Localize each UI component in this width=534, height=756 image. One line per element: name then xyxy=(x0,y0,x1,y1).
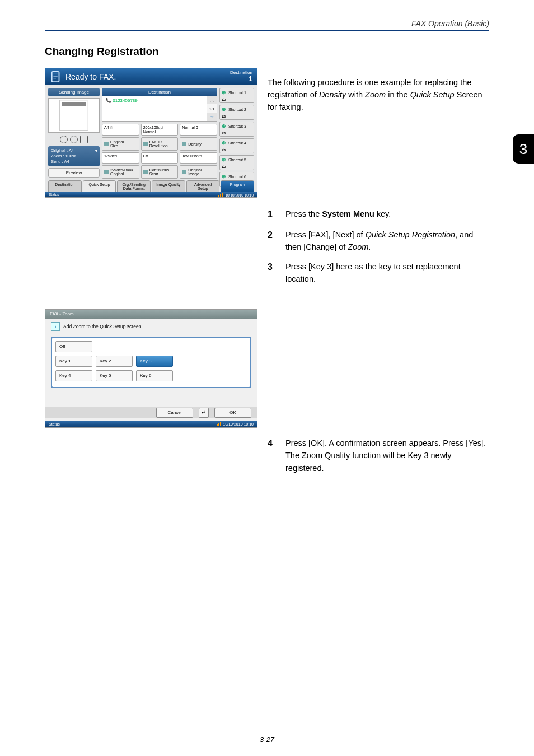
intro-paragraph: The following procedure is one example f… xyxy=(268,76,489,114)
key-2[interactable]: Key 2 xyxy=(96,356,133,367)
step-4-text: Press [OK]. A confirmation screen appear… xyxy=(285,437,489,474)
preview-tool-row xyxy=(48,134,100,144)
step-3: 3 Press [Key 3] here as the key to set r… xyxy=(268,260,489,286)
running-head: FAX Operation (Basic) xyxy=(45,19,489,31)
fax-zoom-screenshot: FAX - Zoom i Add Zoom to the Quick Setup… xyxy=(45,309,257,428)
shortcut-3[interactable]: ⊕Shortcut 3🗂 xyxy=(219,122,254,137)
svg-rect-0 xyxy=(52,72,59,82)
page-indicator: 1/1 xyxy=(207,104,217,113)
info-zoom-val: 100% xyxy=(65,153,76,158)
document-icon xyxy=(50,71,62,83)
step-2-num: 2 xyxy=(268,228,275,254)
val-twosided: 1-sided xyxy=(102,152,139,164)
scroll-up-icon[interactable]: ︿ xyxy=(207,96,217,104)
val-continuous: Off xyxy=(141,152,179,164)
step-2-text: Press [FAX], [Next] of Quick Setup Regis… xyxy=(285,228,489,254)
cancel-button[interactable]: Cancel xyxy=(156,408,193,418)
tab-org-sending[interactable]: Org./Sending Data Format xyxy=(117,180,151,193)
val-fax-resolution: 200x100dpi Normal xyxy=(141,124,179,136)
step-3-text: Press [Key 3] here as the key to set rep… xyxy=(285,260,489,286)
shortcut-1[interactable]: ⊕Shortcut 1🗂 xyxy=(219,88,254,103)
step-1: 1 Press the System Menu key. xyxy=(268,208,489,222)
destination-count: Destination 1 xyxy=(230,71,252,83)
key-6[interactable]: Key 6 xyxy=(136,370,173,381)
s2-title: FAX - Zoom xyxy=(45,310,257,319)
sending-image-header: Sending Image xyxy=(48,88,100,96)
key-off[interactable]: Off xyxy=(55,341,92,352)
scroll-down-icon[interactable]: ﹀ xyxy=(207,113,217,121)
info-original-label: Original xyxy=(51,148,65,153)
destination-header: Destination xyxy=(102,88,217,96)
step-4: 4 Press [OK]. A confirmation screen appe… xyxy=(268,437,489,474)
key-4[interactable]: Key 4 xyxy=(55,370,92,381)
s2-key-panel: Off Key 1 Key 2 Key 3 Key 4 Key 5 Key 6 xyxy=(51,337,251,388)
s1-status-label[interactable]: Status xyxy=(49,193,59,197)
page-number: 3-27 xyxy=(0,735,534,744)
s2-status-label[interactable]: Status xyxy=(49,422,60,426)
destination-count-num: 1 xyxy=(230,76,252,83)
s2-button-bar: Cancel ↵ OK xyxy=(45,407,257,418)
tab-quick-setup[interactable]: Quick Setup xyxy=(83,180,116,193)
s2-status-time: 10/10/2010 10:10 xyxy=(223,422,254,426)
info-original-val: A4 xyxy=(69,148,74,153)
destination-number: 0123456789 xyxy=(113,98,138,103)
tab-destination[interactable]: Destination xyxy=(48,180,82,193)
step-1-text: Press the System Menu key. xyxy=(285,208,489,222)
key-3[interactable]: Key 3 xyxy=(136,356,173,367)
preview-button[interactable]: Preview xyxy=(48,168,100,178)
tab-advanced-setup[interactable]: Advanced Setup xyxy=(186,180,220,193)
step-1-num: 1 xyxy=(268,208,275,222)
shortcut-5[interactable]: ⊕Shortcut 5🗂 xyxy=(219,155,254,170)
btn-original-image[interactable]: Original Image xyxy=(180,165,217,179)
bottom-divider xyxy=(45,730,489,730)
fax-quick-setup-screenshot: Ready to FAX. Destination 1 Sending Imag… xyxy=(45,68,257,198)
step-3-num: 3 xyxy=(268,260,275,286)
ok-button[interactable]: OK xyxy=(214,408,251,418)
btn-continuous-scan[interactable]: Continuous Scan xyxy=(141,165,179,179)
original-info-box: Original : A4◂ Zoom : 100% Send : A4 xyxy=(48,146,100,166)
section-title: Changing Registration xyxy=(45,45,489,58)
chapter-marker: 3 xyxy=(513,134,534,164)
tab-image-quality[interactable]: Image Quality xyxy=(152,180,185,193)
tab-program[interactable]: Program xyxy=(221,180,254,193)
s2-info-row: i Add Zoom to the Quick Setup screen. xyxy=(51,322,251,331)
preview-thumbnail xyxy=(48,98,100,133)
enter-icon[interactable]: ↵ xyxy=(199,408,209,418)
s1-status-time: 10/10/2010 10:10 xyxy=(225,193,254,197)
info-icon: i xyxy=(51,322,60,331)
s1-title: Ready to FAX. xyxy=(65,72,116,81)
shortcut-2[interactable]: ⊕Shortcut 2🗂 xyxy=(219,105,254,120)
val-original-image: Text+Photo xyxy=(180,152,217,164)
btn-twosided-book[interactable]: 2-sided/Book Original xyxy=(102,165,139,179)
s1-status-bar: Status 10/10/2010 10:10 xyxy=(45,192,257,197)
key-5[interactable]: Key 5 xyxy=(96,370,133,381)
info-send-val: A4 xyxy=(64,159,69,164)
step-4-num: 4 xyxy=(268,437,275,474)
s2-status-bar: Status 10/10/2010 10:10 xyxy=(45,421,257,427)
val-density: Normal 0 xyxy=(180,124,217,136)
step-2: 2 Press [FAX], [Next] of Quick Setup Reg… xyxy=(268,228,489,254)
info-send-label: Send xyxy=(51,159,61,164)
key-1[interactable]: Key 1 xyxy=(55,356,92,367)
s2-info-text: Add Zoom to the Quick Setup screen. xyxy=(63,324,143,329)
btn-original-size[interactable]: Original Size xyxy=(102,137,139,151)
s1-titlebar: Ready to FAX. Destination 1 xyxy=(45,68,257,85)
shortcut-4[interactable]: ⊕Shortcut 4🗂 xyxy=(219,138,254,153)
val-original-size: A4 ▯ xyxy=(102,124,139,136)
btn-density[interactable]: Density xyxy=(180,137,217,151)
btn-fax-tx-resolution[interactable]: FAX TX Resolution xyxy=(141,137,179,151)
destination-list[interactable]: 📞 0123456789 ︿ 1/1 ﹀ xyxy=(102,96,217,122)
info-zoom-label: Zoom xyxy=(51,153,62,158)
